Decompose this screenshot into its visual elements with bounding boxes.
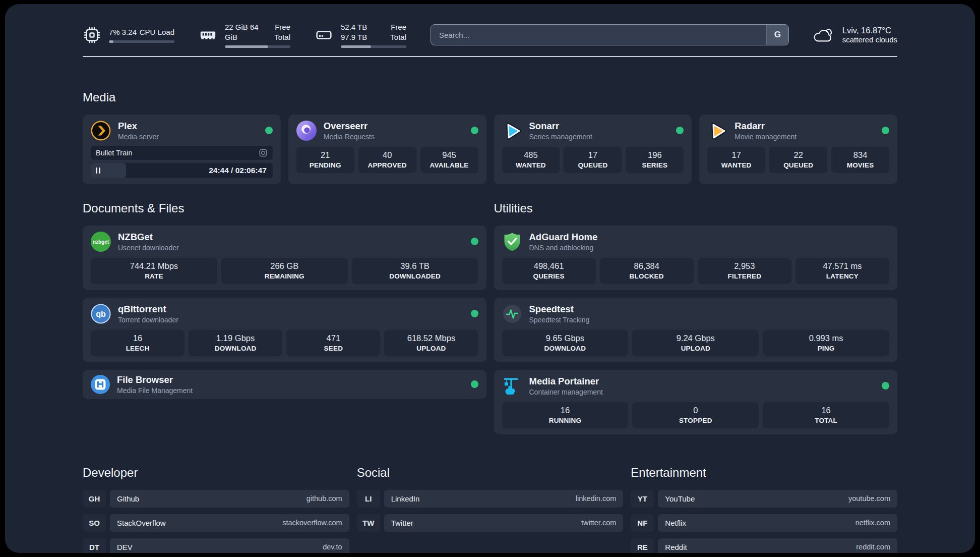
link-tag: DT <box>83 538 106 553</box>
stat-value: 16 <box>93 333 182 343</box>
link-github[interactable]: GH Github github.com <box>83 490 349 508</box>
service-subtitle: Media Requests <box>324 133 375 141</box>
service-subtitle: Movie management <box>734 133 797 141</box>
link-reddit[interactable]: RE Reddit reddit.com <box>631 538 897 553</box>
radarr-icon <box>707 121 727 141</box>
search-engine-button[interactable]: G <box>766 25 788 45</box>
ram-progress-fill <box>225 45 268 48</box>
card-sonarr[interactable]: Sonarr Series management 485 WANTED 17 Q… <box>494 115 692 184</box>
weather-location-temp: Lviv, 16.87°C <box>842 26 897 35</box>
stat-label: DOWNLOADED <box>354 272 476 280</box>
nzbget-icon: nzbget <box>91 232 111 252</box>
card-filebrowser[interactable]: File Browser Media File Management <box>83 370 486 399</box>
service-subtitle: Media File Management <box>117 386 193 395</box>
stat-label: MOVIES <box>833 161 887 169</box>
search-input[interactable] <box>431 25 766 45</box>
stat-label: PENDING <box>298 161 352 169</box>
link-name: Reddit <box>665 543 687 551</box>
speedtest-icon <box>502 304 522 324</box>
stat-label: REMAINING <box>223 272 346 280</box>
stat-label: AVAILABLE <box>422 161 476 169</box>
service-title: AdGuard Home <box>529 232 598 243</box>
playback-progress-fill <box>91 163 126 178</box>
stat-tile: 39.6 TB DOWNLOADED <box>352 258 478 284</box>
link-twitter[interactable]: TW Twitter twitter.com <box>357 514 624 532</box>
link-dev[interactable]: DT DEV dev.to <box>83 538 349 553</box>
stat-value: 471 <box>288 333 378 343</box>
stat-label: LEECH <box>93 345 182 352</box>
stat-tile: 16 RUNNING <box>502 402 629 428</box>
service-subtitle: Torrent downloader <box>118 316 178 324</box>
link-url: github.com <box>307 494 342 503</box>
pause-icon[interactable] <box>96 168 100 174</box>
stat-value: 21 <box>298 150 352 160</box>
stat-value: 9.65 Gbps <box>504 333 627 343</box>
link-youtube[interactable]: YT YouTube youtube.com <box>631 490 897 508</box>
stat-value: 22 <box>771 150 825 160</box>
status-dot <box>471 380 478 388</box>
stat-tile: 471 SEED <box>286 330 380 356</box>
stat-tile: 485 WANTED <box>502 147 560 173</box>
stat-value: 9.24 Gbps <box>634 333 757 343</box>
now-playing-title: Bullet Train <box>96 149 133 157</box>
link-name: Netflix <box>665 519 686 527</box>
stat-label: FILTERED <box>700 272 789 280</box>
stat-tile: 86,384 BLOCKED <box>600 258 694 284</box>
status-dot <box>471 127 478 134</box>
service-title: Radarr <box>734 121 797 132</box>
link-tag: GH <box>83 490 106 508</box>
stat-tile: 17 QUEUED <box>564 147 622 173</box>
stat-value: 0.993 ms <box>765 333 887 343</box>
cpu-progress-fill <box>109 40 113 43</box>
link-tag: LI <box>357 490 380 508</box>
stat-label: WANTED <box>709 161 763 169</box>
status-dot <box>676 127 684 134</box>
card-speedtest[interactable]: Speedtest Speedtest Tracking 9.65 Gbps D… <box>494 298 898 362</box>
card-portainer[interactable]: Media Portainer Container management 16 … <box>494 370 898 434</box>
cpu-load-value: 3.24 <box>122 28 137 36</box>
stat-value: 86,384 <box>602 261 692 271</box>
section-title-developer: Developer <box>83 466 349 480</box>
link-url: dev.to <box>323 543 342 551</box>
stat-value: 498,461 <box>504 261 594 271</box>
link-netflix[interactable]: NF Netflix netflix.com <box>631 514 897 532</box>
ram-progress-track <box>225 45 290 48</box>
stat-value: 40 <box>360 150 414 160</box>
service-title: Sonarr <box>529 121 592 132</box>
stat-label: QUEUED <box>566 161 620 169</box>
stat-tile: 9.65 Gbps DOWNLOAD <box>502 330 629 356</box>
stat-label: RUNNING <box>504 417 627 424</box>
stat-tile: 0 STOPPED <box>632 402 759 428</box>
portainer-icon <box>502 376 522 396</box>
card-plex[interactable]: Plex Media server Bullet Train <box>83 115 281 184</box>
stat-tile: 17 WANTED <box>707 147 765 173</box>
service-title: Speedtest <box>529 304 590 315</box>
svg-text:qb: qb <box>96 310 106 318</box>
link-linkedin[interactable]: LI LinkedIn linkedin.com <box>357 490 624 508</box>
card-qbittorrent[interactable]: qb qBittorrent Torrent downloader 16 <box>83 298 486 362</box>
stat-value: 17 <box>709 150 763 160</box>
cpu-load-label: Load <box>158 28 174 36</box>
cpu-percent: 7% <box>109 28 120 36</box>
card-radarr[interactable]: Radarr Movie management 17 WANTED 22 QUE… <box>699 115 897 184</box>
link-tag: TW <box>357 514 380 532</box>
cpu-label: CPU <box>140 28 156 36</box>
stat-tile: 618.52 Mbps UPLOAD <box>384 330 478 356</box>
card-nzbget[interactable]: nzbget NZBGet Usenet downloader 744.21 M… <box>83 226 486 290</box>
stat-value: 47.571 ms <box>798 261 887 271</box>
plex-icon <box>91 121 111 141</box>
link-stackoverflow[interactable]: SO StackOverflow stackoverflow.com <box>83 514 349 532</box>
now-playing-bar: Bullet Train <box>91 146 273 160</box>
link-url: stackoverflow.com <box>282 519 342 527</box>
adguard-icon <box>502 232 522 252</box>
playback-progress: 24:44 / 02:06:47 <box>91 163 273 178</box>
stat-tile: 22 QUEUED <box>769 147 827 173</box>
service-subtitle: Media server <box>118 133 159 141</box>
stat-value: 17 <box>566 150 620 160</box>
card-adguard[interactable]: AdGuard Home DNS and adblocking 498,461 … <box>494 226 898 290</box>
section-title-documents: Documents & Files <box>83 201 486 215</box>
disk-stat: 52.4 TB 97.9 TB Free Total <box>315 22 406 48</box>
card-overseerr[interactable]: Overseerr Media Requests 21 PENDING 40 A… <box>288 115 486 184</box>
stat-label: APPROVED <box>360 161 414 169</box>
stat-value: 618.52 Mbps <box>386 333 476 343</box>
